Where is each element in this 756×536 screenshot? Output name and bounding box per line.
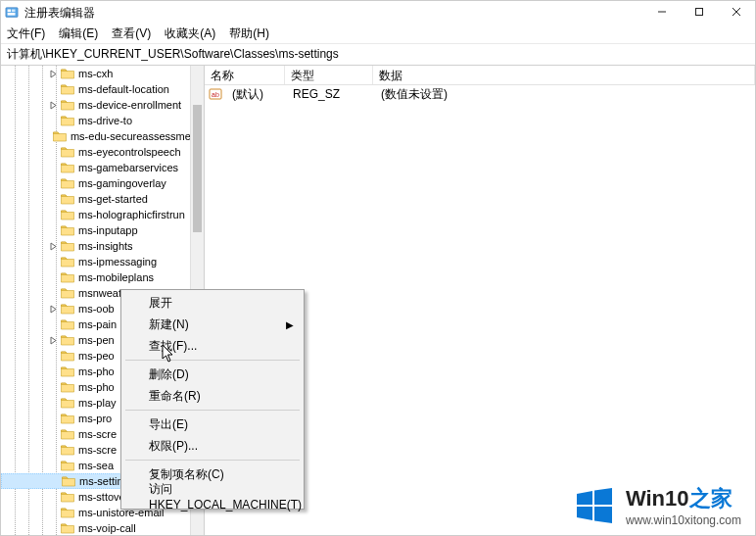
col-header-type[interactable]: 类型 [285, 66, 373, 84]
expand-placeholder [48, 178, 59, 189]
watermark-brand-a: Win10 [626, 486, 689, 511]
tree-item-label: ms-drive-to [78, 115, 132, 126]
folder-icon [61, 318, 74, 330]
folder-icon [61, 68, 74, 79]
expand-icon[interactable] [48, 304, 59, 315]
tree-item-ms-gamebarservices[interactable]: ms-gamebarservices [1, 160, 204, 175]
ctx-delete[interactable]: 删除(D) [123, 364, 302, 385]
folder-icon [61, 507, 74, 518]
tree-item-ms-device-enrollment[interactable]: ms-device-enrollment [1, 97, 204, 113]
value-type: REG_SZ [287, 87, 375, 101]
menu-edit[interactable]: 编辑(E) [59, 25, 98, 42]
tree-item-label: ms-scre [78, 444, 117, 456]
expand-placeholder [48, 429, 59, 440]
folder-icon [61, 115, 74, 126]
tree-item-label: ms-get-started [78, 193, 148, 205]
expand-placeholder [48, 523, 59, 534]
ctx-permissions[interactable]: 权限(P)... [123, 435, 302, 457]
tree-item-ms-default-location[interactable]: ms-default-location [1, 81, 204, 97]
expand-icon[interactable] [48, 335, 59, 346]
window-title: 注册表编辑器 [24, 5, 751, 22]
folder-icon [61, 83, 74, 95]
menu-help[interactable]: 帮助(H) [229, 25, 269, 42]
tree-item-ms-holographicfirstrun[interactable]: ms-holographicfirstrun [1, 207, 204, 222]
expand-placeholder [48, 319, 59, 330]
ctx-goto-hklm[interactable]: 访问 HKEY_LOCAL_MACHINE(T) [123, 485, 302, 507]
folder-icon [62, 475, 75, 487]
menu-view[interactable]: 查看(V) [112, 25, 151, 42]
maximize-button[interactable] [681, 1, 718, 23]
value-name: (默认) [226, 86, 287, 103]
tree-item-ms-mobileplans[interactable]: ms-mobileplans [1, 269, 204, 285]
expand-placeholder [48, 366, 59, 377]
tree-item-label: ms-holographicfirstrun [78, 209, 185, 220]
tree-item-label: ms-pen [78, 334, 115, 346]
tree-item-label: ms-oob [78, 303, 115, 315]
expand-icon[interactable] [48, 69, 59, 79]
tree-item-label: ms-peo [78, 350, 115, 362]
ctx-new[interactable]: 新建(N)▶ [123, 314, 302, 335]
col-header-name[interactable]: 名称 [205, 66, 285, 84]
watermark: Win10之家 www.win10xitong.com [573, 484, 741, 527]
ctx-rename[interactable]: 重命名(R) [123, 385, 302, 407]
tree-item-ms-get-started[interactable]: ms-get-started [1, 191, 204, 207]
tree-item-label: ms-pho [78, 365, 115, 377]
list-row[interactable]: ab (默认) REG_SZ (数值未设置) [205, 85, 755, 103]
folder-icon [61, 240, 74, 252]
close-button[interactable] [718, 1, 755, 23]
tree-item-label: ms-voip-call [78, 522, 136, 534]
tree-item-ms-voip-call[interactable]: ms-voip-call [1, 520, 204, 535]
expand-placeholder [48, 257, 59, 268]
col-header-data[interactable]: 数据 [373, 66, 755, 84]
tree-item-label: ms-edu-secureassessment [71, 130, 200, 142]
menu-file[interactable]: 文件(F) [7, 25, 45, 42]
list-header: 名称 类型 数据 [205, 66, 755, 85]
titlebar: 注册表编辑器 [1, 1, 755, 24]
tree-item-ms-eyecontrolspeech[interactable]: ms-eyecontrolspeech [1, 144, 204, 160]
folder-icon [61, 350, 74, 362]
minimize-button[interactable] [643, 1, 681, 23]
tree-item-label: ms-cxh [78, 68, 113, 79]
tree-item-ms-edu-secureassessment[interactable]: ms-edu-secureassessment [1, 128, 204, 144]
ctx-export[interactable]: 导出(E) [123, 414, 302, 435]
ctx-expand[interactable]: 展开 [123, 292, 302, 314]
tree-item-label: ms-gamebarservices [78, 162, 178, 173]
tree-item-label: ms-pro [78, 413, 112, 424]
expand-placeholder [48, 225, 59, 236]
tree-item-ms-gamingoverlay[interactable]: ms-gamingoverlay [1, 175, 204, 191]
tree-item-label: ms-gamingoverlay [78, 177, 166, 189]
expand-placeholder [48, 398, 59, 409]
tree-item-ms-inputapp[interactable]: ms-inputapp [1, 222, 204, 238]
menu-favorites[interactable]: 收藏夹(A) [165, 25, 215, 42]
address-path: 计算机\HKEY_CURRENT_USER\Software\Classes\m… [7, 46, 339, 63]
expand-placeholder [48, 492, 59, 503]
expand-icon[interactable] [48, 100, 59, 111]
scrollbar-thumb[interactable] [193, 105, 202, 232]
svg-marker-12 [577, 507, 592, 520]
svg-marker-13 [594, 507, 612, 523]
address-bar[interactable]: 计算机\HKEY_CURRENT_USER\Software\Classes\m… [1, 44, 755, 66]
folder-icon [61, 460, 74, 471]
tree-item-label: ms-mobileplans [78, 271, 154, 283]
watermark-url: www.win10xitong.com [626, 513, 741, 527]
folder-icon [61, 287, 74, 299]
tree-item-label: ms-ipmessaging [78, 256, 157, 268]
folder-icon [61, 381, 74, 393]
svg-rect-2 [12, 10, 16, 13]
expand-placeholder [48, 194, 59, 205]
value-data: (数值未设置) [375, 86, 453, 103]
tree-item-ms-drive-to[interactable]: ms-drive-to [1, 113, 204, 128]
tree-item-ms-ipmessaging[interactable]: ms-ipmessaging [1, 254, 204, 269]
tree-item-ms-insights[interactable]: ms-insights [1, 238, 204, 254]
ctx-find[interactable]: 查找(F)... [123, 335, 302, 357]
tree-item-label: ms-inputapp [78, 224, 138, 236]
regedit-icon [5, 6, 19, 20]
expand-placeholder [48, 210, 59, 220]
tree-item-label: ms-default-location [78, 83, 169, 95]
tree-item-ms-cxh[interactable]: ms-cxh [1, 66, 204, 81]
expand-icon[interactable] [48, 241, 59, 252]
string-value-icon: ab [209, 87, 222, 101]
expand-placeholder [48, 288, 59, 299]
expand-placeholder [48, 461, 59, 471]
svg-rect-0 [6, 8, 18, 18]
